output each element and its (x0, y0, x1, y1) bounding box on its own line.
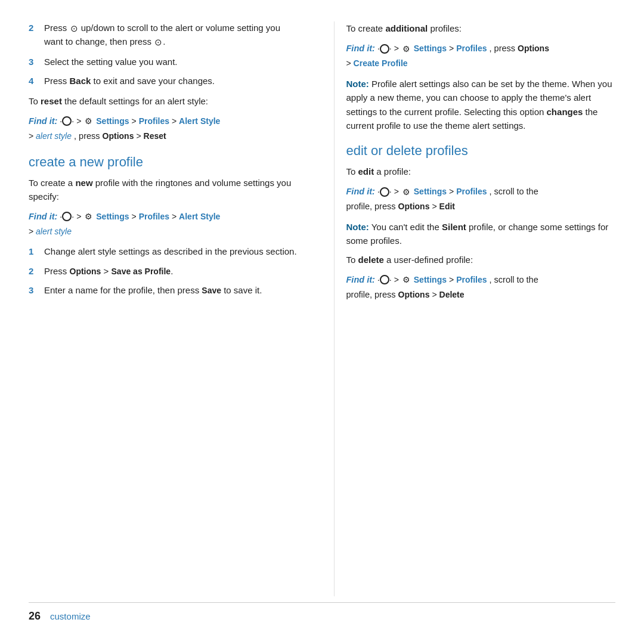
find-nav-settings-reset: Settings (96, 116, 129, 126)
note-profile: Note: Profile alert settings also can be… (346, 77, 616, 132)
page: 2 Press ⊙ up/down to scroll to the alert… (0, 0, 644, 644)
create-step-2-options: Options (70, 267, 101, 276)
note-changes-bold: changes (547, 107, 583, 117)
find-it-label-delete: Find it: (346, 275, 375, 284)
find-it-icon-reset: ·· (60, 116, 74, 126)
find-nav-profiles-reset: Profiles (139, 116, 169, 126)
step-2-number: 2 (29, 21, 42, 35)
step-4-text: Press Back to exit and save your changes… (44, 75, 215, 88)
step-2: 2 Press ⊙ up/down to scroll to the alert… (29, 21, 298, 49)
find-delete-text2: profile, press (346, 290, 398, 299)
step-3: 3 Select the setting value you want. (29, 55, 298, 69)
find-it-reset: Find it: ·· > ⚙ Settings > Profiles > Al… (29, 114, 298, 144)
edit-note-label: Note: (346, 222, 369, 232)
arrow-c2: > (132, 212, 139, 221)
find-it-delete: Find it: ·· > ⚙ Settings > Profiles , sc… (346, 273, 616, 302)
edit-bold: edit (358, 166, 374, 177)
create-step-2: 2 Press Options > Save as Profile. (29, 265, 298, 278)
find-options-edit: Options (398, 202, 430, 211)
find-nav-settings-create: Settings (96, 212, 129, 221)
reset-intro: To reset the default settings for an ale… (29, 94, 298, 108)
find-nav-settings-edit: Settings (414, 187, 447, 196)
edit-note: Note: You can't edit the Silent profile,… (346, 220, 616, 248)
arrow-e3: > (432, 202, 439, 211)
arrow-1: > (76, 116, 83, 126)
find-it-label-create: Find it: (29, 212, 57, 221)
reset-bold: reset (41, 96, 62, 106)
footer-label: customize (50, 611, 91, 621)
arrow-a3: > (346, 58, 354, 68)
find-nav-alertstyle-italic-create: alert style (36, 227, 72, 236)
arrow-c4: > (29, 227, 36, 236)
create-step-1-num: 1 (29, 245, 42, 259)
create-step-2-action: Save as Profile (112, 267, 171, 276)
find-nav-profiles-additional: Profiles (456, 44, 487, 53)
find-edit-text2: profile, press (346, 202, 398, 211)
create-additional-intro: To create additional profiles: (346, 21, 616, 35)
create-additional-bold: additional (385, 23, 428, 33)
create-step-3-save: Save (202, 286, 221, 295)
find-nav-profiles-edit: Profiles (456, 187, 487, 196)
step-4: 4 Press Back to exit and save your chang… (29, 75, 298, 88)
find-options-additional: Options (518, 44, 549, 53)
arrow-a2: > (449, 44, 456, 53)
arrow-e1: > (394, 187, 401, 196)
delete-bold: delete (358, 255, 384, 265)
footer-page-number: 26 (29, 610, 41, 623)
gear-icon-create: ⚙ (85, 210, 92, 224)
find-nav-profiles-create: Profiles (139, 212, 169, 221)
section-heading-edit: edit or delete profiles (346, 143, 616, 159)
arrow-a1: > (394, 44, 401, 53)
create-step-2-num: 2 (29, 265, 42, 278)
create-step-2-text: Press Options > Save as Profile. (44, 265, 173, 278)
left-column: 2 Press ⊙ up/down to scroll to the alert… (29, 21, 310, 596)
arrow-d2: > (449, 275, 456, 284)
footer: 26 customize (29, 602, 615, 623)
gear-icon-delete: ⚙ (402, 273, 410, 287)
find-delete-action: Delete (439, 290, 465, 299)
gear-icon-additional: ⚙ (402, 42, 410, 57)
silent-bold: Silent (442, 222, 466, 232)
gear-icon-reset: ⚙ (85, 114, 92, 129)
section-heading-create: create a new profile (29, 154, 298, 170)
find-it-label-reset: Find it: (29, 116, 57, 126)
find-it-label-additional: Find it: (346, 44, 375, 53)
find-nav-profiles-delete: Profiles (456, 275, 487, 284)
step-4-back: Back (70, 76, 91, 86)
find-edit-text: , scroll to the (490, 187, 538, 196)
arrow-c1: > (76, 212, 83, 221)
create-new-bold: new (75, 178, 92, 188)
arrow-d3: > (432, 290, 439, 299)
gear-icon-edit: ⚙ (402, 185, 410, 200)
note-label-profile: Note: (346, 79, 369, 89)
delete-intro: To delete a user-defined profile: (346, 253, 616, 267)
find-it-icon-additional: ·· (377, 44, 392, 53)
edit-intro: To edit a profile: (346, 165, 616, 178)
find-nav-settings-additional: Settings (414, 44, 447, 53)
find-it-label-edit: Find it: (346, 187, 375, 196)
find-options-reset: Options (103, 131, 134, 141)
create-step-1: 1 Change alert style settings as describ… (29, 245, 298, 259)
right-column: To create additional profiles: Find it: … (334, 21, 616, 596)
create-step-3: 3 Enter a name for the profile, then pre… (29, 284, 298, 298)
arrow-e2: > (449, 187, 456, 196)
find-nav-alert-style-italic: alert style (36, 131, 72, 141)
find-press: , press (74, 131, 103, 141)
find-options-delete: Options (398, 290, 430, 299)
find-it-icon-create: ·· (60, 212, 74, 221)
create-step-1-text: Change alert style settings as described… (44, 245, 297, 259)
create-step-3-num: 3 (29, 284, 42, 298)
dpad-select-icon: ⊙ (154, 36, 162, 49)
arrow-3: > (172, 116, 179, 126)
arrow-2: > (132, 116, 139, 126)
find-press-additional: , press (490, 44, 518, 53)
create-steps-list: 1 Change alert style settings as describ… (29, 245, 298, 298)
create-step-3-text: Enter a name for the profile, then press… (44, 284, 262, 298)
arrow-4: > (29, 131, 36, 141)
arrow-d1: > (394, 275, 401, 284)
find-nav-settings-delete: Settings (414, 275, 447, 284)
dpad-up-icon: ⊙ (70, 22, 78, 36)
find-nav-alertstyle-reset: Alert Style (179, 116, 220, 126)
arrow-c3: > (172, 212, 179, 221)
step-3-number: 3 (29, 55, 42, 69)
